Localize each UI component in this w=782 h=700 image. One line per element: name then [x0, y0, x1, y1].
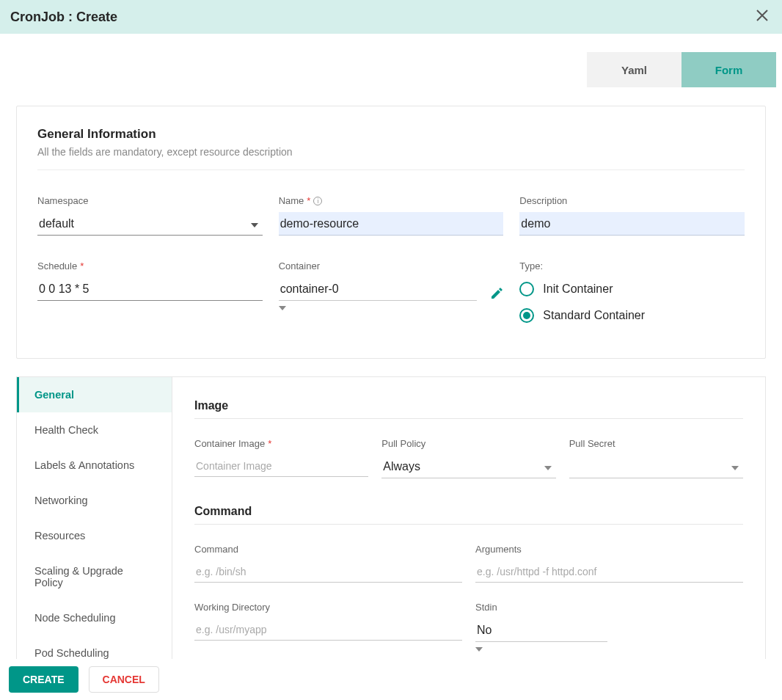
- divider: [194, 418, 743, 419]
- side-tab-scaling-upgrade[interactable]: Scaling & Upgrade Policy: [17, 553, 172, 600]
- container-image-input[interactable]: [194, 455, 368, 477]
- field-schedule: Schedule *: [37, 260, 263, 301]
- tab-content-general: Image Container Image * Pull Policy: [172, 377, 765, 669]
- container-config-card: General Health Check Labels & Annotation…: [16, 376, 766, 670]
- label-stdin: Stdin: [475, 602, 743, 613]
- side-tab-resources[interactable]: Resources: [17, 518, 172, 553]
- required-marker: *: [80, 260, 84, 271]
- modal-body: Yaml Form General Information All the fi…: [0, 34, 782, 670]
- side-tabs: General Health Check Labels & Annotation…: [17, 377, 172, 669]
- label-container: Container: [279, 260, 504, 271]
- side-tab-general[interactable]: General: [17, 377, 172, 412]
- field-type: Type: Init Container Standard Container: [519, 260, 745, 335]
- close-icon[interactable]: [753, 7, 772, 26]
- field-pull-policy: Pull Policy: [381, 438, 555, 478]
- field-name: Name * i: [279, 195, 504, 236]
- label-container-image-text: Container Image: [194, 438, 265, 449]
- required-marker: *: [307, 195, 310, 206]
- field-arguments: Arguments: [475, 544, 743, 583]
- radio-standard-container[interactable]: Standard Container: [519, 308, 745, 323]
- chevron-down-icon: [279, 301, 286, 313]
- label-name-text: Name: [279, 195, 304, 206]
- label-command: Command: [194, 544, 462, 555]
- side-tab-node-scheduling[interactable]: Node Scheduling: [17, 600, 172, 635]
- working-directory-input[interactable]: [194, 619, 462, 641]
- namespace-select[interactable]: [37, 212, 263, 236]
- field-stdin: Stdin: [475, 602, 743, 654]
- field-container-image: Container Image *: [194, 438, 368, 478]
- field-container: Container: [279, 260, 504, 313]
- side-tab-labels-annotations[interactable]: Labels & Annotations: [17, 448, 172, 483]
- field-command: Command: [194, 544, 462, 583]
- pull-policy-select[interactable]: [381, 455, 555, 478]
- field-namespace: Namespace: [37, 195, 263, 236]
- container-select[interactable]: [279, 277, 478, 301]
- label-arguments: Arguments: [475, 544, 743, 555]
- chevron-down-icon: [475, 642, 483, 654]
- create-button[interactable]: CREATE: [9, 666, 78, 670]
- field-working-directory: Working Directory: [194, 602, 462, 654]
- section-subtitle-general: All the fields are mandatory, except res…: [37, 146, 745, 158]
- label-name: Name * i: [279, 195, 504, 206]
- pull-secret-select[interactable]: [569, 455, 743, 478]
- label-schedule: Schedule *: [37, 260, 263, 271]
- arguments-input[interactable]: [475, 561, 743, 583]
- description-input[interactable]: [519, 212, 745, 236]
- label-pull-secret: Pull Secret: [569, 438, 743, 449]
- general-info-card: General Information All the fields are m…: [16, 106, 766, 359]
- schedule-input[interactable]: [37, 277, 263, 301]
- label-working-directory: Working Directory: [194, 602, 462, 613]
- label-namespace: Namespace: [37, 195, 263, 206]
- name-input[interactable]: [279, 212, 504, 236]
- stdin-select[interactable]: [475, 619, 607, 642]
- divider: [194, 524, 743, 525]
- label-pull-policy: Pull Policy: [381, 438, 555, 449]
- radio-label-standard: Standard Container: [543, 309, 645, 322]
- radio-icon-unselected: [519, 282, 534, 296]
- modal-header: CronJob : Create: [0, 0, 782, 34]
- section-title-image: Image: [194, 399, 743, 412]
- radio-icon-selected: [519, 308, 534, 323]
- footer: CREATE CANCEL: [0, 659, 782, 670]
- view-toggle: Yaml Form: [6, 52, 776, 87]
- cancel-button[interactable]: CANCEL: [89, 666, 159, 670]
- command-input[interactable]: [194, 561, 462, 583]
- field-description: Description: [519, 195, 745, 236]
- section-title-general: General Information: [37, 127, 745, 142]
- section-title-command: Command: [194, 505, 743, 518]
- label-schedule-text: Schedule: [37, 260, 77, 271]
- side-tab-health-check[interactable]: Health Check: [17, 412, 172, 448]
- side-tab-networking[interactable]: Networking: [17, 483, 172, 518]
- modal-title: CronJob : Create: [10, 10, 117, 25]
- radio-label-init: Init Container: [543, 282, 613, 296]
- info-icon[interactable]: i: [313, 197, 322, 205]
- radio-init-container[interactable]: Init Container: [519, 282, 745, 296]
- edit-icon[interactable]: [490, 287, 503, 304]
- label-description: Description: [519, 195, 745, 206]
- field-pull-secret: Pull Secret: [569, 438, 743, 478]
- tab-form[interactable]: Form: [681, 52, 776, 87]
- label-container-image: Container Image *: [194, 438, 368, 449]
- divider: [37, 169, 745, 170]
- label-type: Type:: [519, 260, 745, 271]
- tab-yaml[interactable]: Yaml: [587, 52, 681, 87]
- required-marker: *: [268, 438, 271, 449]
